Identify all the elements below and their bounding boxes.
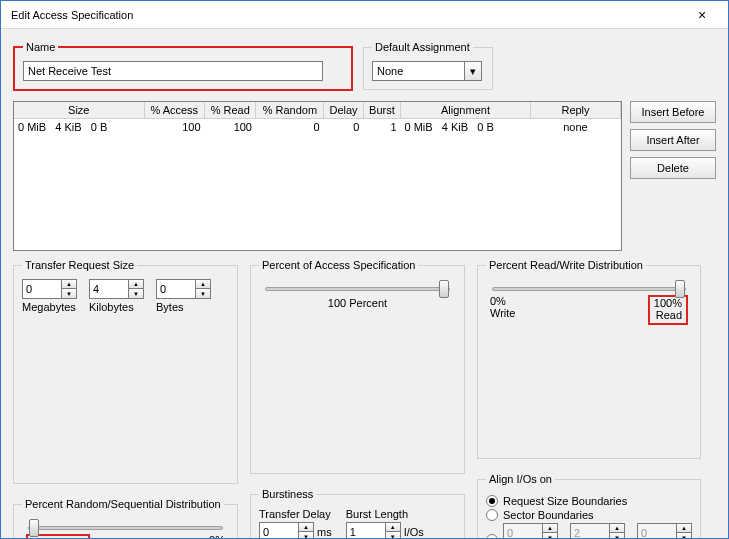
trs-b-input[interactable] xyxy=(156,279,196,299)
col-burst: Burst xyxy=(363,102,400,119)
col-access: % Access xyxy=(144,102,205,119)
radio-unchecked-icon xyxy=(486,509,498,521)
percent-access-group: Percent of Access Specification 100 Perc… xyxy=(250,259,465,474)
slider-thumb-icon[interactable] xyxy=(675,280,685,298)
align-kb-spinner[interactable]: ▲▼ xyxy=(570,523,625,539)
col-reply: Reply xyxy=(531,102,621,119)
default-assignment-value: None xyxy=(373,65,464,77)
arrow-down-icon: ▼ xyxy=(62,289,76,298)
align-io-group: Align I/Os on Request Size Boundaries Se… xyxy=(477,473,701,539)
default-assignment-group: Default Assignment None ▾ xyxy=(363,41,493,90)
default-legend: Default Assignment xyxy=(372,41,473,53)
chevron-down-icon: ▾ xyxy=(464,62,481,80)
trs-mb-input[interactable] xyxy=(22,279,62,299)
percent-access-slider[interactable] xyxy=(265,287,450,291)
close-button[interactable]: × xyxy=(682,4,722,26)
name-legend: Name xyxy=(23,41,58,53)
insert-after-button[interactable]: Insert After xyxy=(630,129,716,151)
transfer-request-size-group: Transfer Request Size ▲▼ Megabytes ▲▼ xyxy=(13,259,238,484)
align-b-input[interactable] xyxy=(637,523,677,539)
slider-thumb-icon[interactable] xyxy=(439,280,449,298)
burst-length-input[interactable] xyxy=(346,522,386,539)
col-delay: Delay xyxy=(324,102,364,119)
trs-kb-spinner[interactable]: ▲▼ xyxy=(89,279,144,299)
insert-before-button[interactable]: Insert Before xyxy=(630,101,716,123)
trs-mb-spinner[interactable]: ▲▼ xyxy=(22,279,77,299)
trs-kb-input[interactable] xyxy=(89,279,129,299)
align-mb-spinner[interactable]: ▲▼ xyxy=(503,523,558,539)
arrow-up-icon: ▲ xyxy=(62,280,76,289)
delete-button[interactable]: Delete xyxy=(630,157,716,179)
radio-checked-icon xyxy=(486,495,498,507)
align-b-spinner[interactable]: ▲▼ xyxy=(637,523,692,539)
align-kb-input[interactable] xyxy=(570,523,610,539)
burstiness-group: Burstiness Transfer Delay ▲▼ ms xyxy=(250,488,465,539)
col-size: Size xyxy=(14,102,144,119)
slider-thumb-icon[interactable] xyxy=(29,519,39,537)
close-icon: × xyxy=(698,7,706,23)
titlebar: Edit Access Specification × xyxy=(1,1,728,29)
read-write-group: Percent Read/Write Distribution 0% Write… xyxy=(477,259,701,459)
align-sector-radio[interactable]: Sector Boundaries xyxy=(486,509,692,521)
window-title: Edit Access Specification xyxy=(11,9,682,21)
col-read: % Read xyxy=(205,102,256,119)
name-group: Name xyxy=(13,41,353,91)
spec-grid[interactable]: Size % Access % Read % Random Delay Burs… xyxy=(13,101,622,251)
burst-length-spinner[interactable]: ▲▼ xyxy=(346,522,401,539)
align-custom-radio[interactable] xyxy=(486,534,498,539)
random-sequential-group: Percent Random/Sequential Distribution 1… xyxy=(13,498,238,539)
default-assignment-select[interactable]: None ▾ xyxy=(372,61,482,81)
transfer-delay-spinner[interactable]: ▲▼ xyxy=(259,522,314,539)
col-random: % Random xyxy=(256,102,324,119)
col-alignment: Alignment xyxy=(401,102,531,119)
trs-b-spinner[interactable]: ▲▼ xyxy=(156,279,211,299)
table-row[interactable]: 0 MiB 4 KiB 0 B 100 100 0 0 1 0 MiB 4 Ki… xyxy=(14,119,621,136)
transfer-delay-input[interactable] xyxy=(259,522,299,539)
random-slider[interactable] xyxy=(28,526,223,530)
align-request-radio[interactable]: Request Size Boundaries xyxy=(486,495,692,507)
name-input[interactable] xyxy=(23,61,323,81)
read-write-slider[interactable] xyxy=(492,287,686,291)
align-mb-input[interactable] xyxy=(503,523,543,539)
grid-header: Size % Access % Read % Random Delay Burs… xyxy=(14,102,621,119)
